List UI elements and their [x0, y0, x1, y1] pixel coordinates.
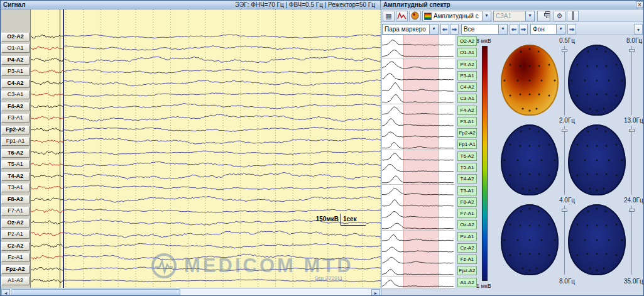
channel-button-t6-a2[interactable]: T6-A2 [1, 149, 30, 158]
channel-button-t3-a1[interactable]: T3-A1 [1, 184, 30, 192]
channel-button-o1-a1[interactable]: O1-A1 [1, 44, 30, 53]
channel-button-c3-a1[interactable]: C3-A1 [1, 90, 30, 99]
spectrum-row-pz-a1[interactable]: Pz-A1 [382, 231, 477, 243]
channel-button-t5-a1[interactable]: T5-A1 [1, 160, 30, 169]
spectrum-row-f3-a1[interactable]: F3-A1 [382, 116, 477, 128]
spectrum-row-fpz-a2[interactable]: Fpz-A2 [382, 265, 477, 277]
electrode-dot [584, 79, 586, 81]
spectrum-row-t4-a2[interactable]: T4-A2 [382, 173, 477, 185]
scroll-right-icon[interactable]: ► [371, 289, 380, 296]
spectrum-row-f7-a1[interactable]: F7-A1 [382, 207, 477, 219]
channel-button-t4-a2[interactable]: T4-A2 [1, 172, 30, 181]
channel-button-fpz-a2[interactable]: Fpz-A2 [1, 265, 30, 274]
electrode-dot [538, 145, 540, 146]
electrode-dot [520, 51, 522, 53]
channel-button-f4-a2[interactable]: F4-A2 [1, 102, 30, 111]
chevron-down-icon[interactable]: ▾ [482, 11, 491, 21]
electrode-dot [605, 65, 607, 67]
channel-button-fz-a1[interactable]: Fz-A1 [1, 253, 30, 262]
channel-button-pz-a1[interactable]: Pz-A1 [1, 230, 30, 239]
electrode-dot [538, 173, 540, 175]
spectrum-row-f8-a2[interactable]: F8-A2 [382, 196, 477, 208]
frequency-slider[interactable] [562, 126, 567, 195]
marker-next-button[interactable]: ⇒ [450, 24, 459, 35]
chevron-down-icon[interactable]: ▾ [429, 25, 438, 34]
spectrum-row-fp2-a2[interactable]: Fp2-A2 [382, 127, 477, 139]
spectrum-channel-label: Fp1-A1 [457, 140, 477, 149]
settings-button[interactable]: ⚙ [554, 11, 565, 21]
arrow-right-icon: ⇒ [452, 26, 457, 33]
colormap-button[interactable] [567, 11, 579, 21]
channel-range-combo[interactable]: Все ▾ [461, 24, 508, 35]
slider-thumb[interactable] [562, 209, 567, 212]
electrode-dot [516, 79, 518, 81]
channel-button-cz-a2[interactable]: Cz-A2 [1, 242, 30, 251]
channel-button-p4-a2[interactable]: P4-A2 [1, 56, 30, 65]
analysis-mode-combo[interactable]: Амплитудный с ▾ [422, 11, 491, 21]
electrode-dot [605, 224, 607, 226]
slider-thumb[interactable] [629, 209, 635, 212]
spectrum-row-cz-a2[interactable]: Cz-A2 [382, 242, 477, 254]
spectrum-row-p4-a2[interactable]: P4-A2 [382, 58, 477, 70]
frequency-slider[interactable] [562, 46, 567, 115]
map-view-button[interactable] [409, 11, 421, 21]
channel-button-p3-a1[interactable]: P3-A1 [1, 67, 30, 76]
spectrum-row-fp1-a1[interactable]: Fp1-A1 [382, 138, 477, 150]
channel-button-fp1-a1[interactable]: Fp1-A1 [1, 137, 30, 146]
range-prev-button[interactable]: ⇐ [510, 24, 518, 35]
spectrum-row-t3-a1[interactable]: T3-A1 [382, 185, 477, 197]
spectrum-row-o2-a2[interactable]: O2-A2 [382, 35, 477, 47]
spectrum-row-f4-a2[interactable]: F4-A2 [382, 104, 477, 116]
spectrum-row-t6-a2[interactable]: T6-A2 [382, 150, 477, 162]
scale-time-label: 1сек [343, 216, 357, 222]
spectrum-row-fz-a1[interactable]: Fz-A1 [382, 253, 477, 265]
slider-thumb[interactable] [562, 129, 567, 132]
channel-button-c4-a2[interactable]: C4-A2 [1, 79, 30, 88]
slider-thumb[interactable] [629, 49, 635, 52]
marker-pair-combo[interactable]: Пара маркеро ▾ [382, 24, 439, 35]
electrode-dot [521, 187, 523, 189]
frequency-slider[interactable] [562, 206, 567, 275]
channel-button-f7-a1[interactable]: F7-A1 [1, 207, 30, 216]
spectrum-row-t5-a1[interactable]: T5-A1 [382, 162, 477, 173]
electrode-dot [538, 94, 540, 96]
channel-button-f8-a2[interactable]: F8-A2 [1, 195, 30, 204]
scroll-left-icon[interactable]: ◄ [1, 289, 10, 296]
channel-button-fp2-a2[interactable]: Fp2-A2 [1, 126, 30, 134]
slider-thumb[interactable] [629, 129, 635, 132]
slider-thumb[interactable] [562, 49, 567, 52]
channel-button-f3-a1[interactable]: F3-A1 [1, 114, 30, 123]
scrollbar-thumb[interactable] [11, 289, 180, 296]
spectrum-row-c3-a1[interactable]: C3-A1 [382, 92, 477, 104]
slider-track [564, 46, 565, 115]
signal-horizontal-scrollbar[interactable]: ◄ ► [1, 288, 381, 296]
electrode-dot [596, 270, 598, 271]
spectrum-row-a1-a2[interactable]: A1-A2 [382, 277, 477, 288]
channel-button-o2-a2[interactable]: O2-A2 [1, 33, 30, 41]
spectrum-row-p3-a1[interactable]: P3-A1 [382, 70, 477, 82]
electrode-dot [538, 65, 540, 67]
close-icon[interactable]: × [636, 1, 643, 8]
spectrum-row-o1-a1[interactable]: O1-A1 [382, 47, 477, 58]
range-next-button[interactable]: ⇒ [519, 24, 528, 35]
channel-button-oz-a2[interactable]: Oz-A2 [1, 219, 30, 227]
frequency-slider[interactable] [629, 46, 635, 115]
spectrum-row-oz-a2[interactable]: Oz-A2 [382, 219, 477, 231]
graph-view-button[interactable] [396, 11, 408, 21]
spectrum-miniplot [382, 253, 455, 265]
spectrum-row-c4-a2[interactable]: C4-A2 [382, 81, 477, 93]
chevron-down-icon[interactable]: ▾ [556, 25, 565, 34]
marker-prev-button[interactable]: ⇐ [440, 24, 449, 35]
fragment-combo[interactable]: Фон ▾ [530, 24, 565, 35]
electrode-dot [504, 79, 506, 81]
frequency-slider[interactable] [629, 206, 635, 275]
print-button[interactable] [537, 11, 550, 21]
eeg-plot[interactable] [31, 9, 381, 288]
electrode-dot [605, 173, 607, 175]
extra-combo-button[interactable]: ▾ [634, 24, 643, 35]
fragment-apply-button[interactable]: ⇒ [567, 24, 576, 35]
channel-button-a1-a2[interactable]: A1-A2 [1, 277, 30, 285]
frequency-slider[interactable] [629, 126, 635, 195]
chevron-down-icon[interactable]: ▾ [498, 25, 507, 34]
table-view-button[interactable]: ▦ [383, 11, 395, 21]
